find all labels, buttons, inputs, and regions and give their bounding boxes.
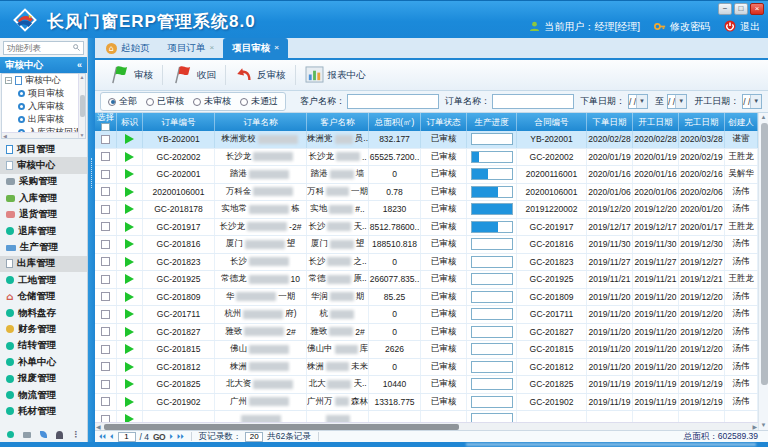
chevron-down-icon[interactable]: ▼	[750, 95, 761, 108]
radio-未通过[interactable]: 未通过	[240, 95, 278, 108]
v-scroll-thumb[interactable]	[761, 123, 768, 385]
close-tab-icon[interactable]: ×	[210, 44, 215, 52]
prev-page-button[interactable]: ⏴	[110, 433, 114, 441]
sidebar-splitter[interactable]	[88, 38, 95, 442]
row-checkbox[interactable]	[101, 205, 110, 214]
row-checkbox[interactable]	[101, 327, 110, 336]
table-row[interactable]: GC-202001踏港踏港墙0已审核202001160012020/01/162…	[95, 166, 758, 184]
sidebar-item-耗材管理[interactable]: 耗材管理	[0, 403, 87, 419]
sidebar-item-入库管理[interactable]: 入库管理	[0, 190, 87, 206]
go-button[interactable]: GO	[153, 432, 165, 442]
row-checkbox[interactable]	[101, 397, 110, 406]
sidebar-item-结转管理[interactable]: 结转管理	[0, 338, 87, 354]
chevron-down-icon[interactable]: ▼	[675, 95, 686, 108]
sidebar-item-物流管理[interactable]: 物流管理	[0, 387, 87, 403]
table-row[interactable]: GC-201825北大资北大天..10440已审核GC-2018252019/1…	[95, 376, 758, 394]
last-page-button[interactable]: ⏵⏵	[177, 433, 184, 441]
table-row[interactable]: GC-201917长沙龙-2#长沙天..8512.78600..已审核GC-20…	[95, 219, 758, 237]
maximize-button[interactable]: □	[734, 3, 748, 15]
sidebar-item-采购管理[interactable]: 采购管理	[0, 174, 87, 190]
table-row[interactable]: GC-201812株洲株洲未来0已审核GC-2018122019/11/2020…	[95, 359, 758, 377]
table-row[interactable]: 20200106001万科金万科一期0.78已审核202001060012020…	[95, 184, 758, 202]
row-checkbox[interactable]	[101, 275, 110, 284]
sidebar-item-退货管理[interactable]: 退货管理	[0, 207, 87, 223]
row-checkbox[interactable]	[101, 152, 110, 161]
sidebar-item-退库管理[interactable]: 退库管理	[0, 223, 87, 239]
table-row[interactable]: GC-201711杭州府)杭0已审核GC-2017112019/11/20201…	[95, 306, 758, 324]
row-checkbox[interactable]	[101, 187, 110, 196]
tree-item-项目审核[interactable]: 项目审核	[2, 87, 85, 100]
table-row[interactable]: GC-201816厦门望厦门望188510.818已审核GC-201816201…	[95, 236, 758, 254]
table-row[interactable]: GC-201815佛山佛山中库2626已审核GC-2018152019/11/2…	[95, 341, 758, 359]
person-icon[interactable]	[56, 431, 63, 439]
反审核-button[interactable]: 反审核	[229, 64, 292, 87]
审核-button[interactable]: 审核	[103, 63, 159, 88]
sidebar-item-生产管理[interactable]: 生产管理	[0, 239, 87, 255]
page-number-input[interactable]	[118, 432, 136, 442]
close-button[interactable]: ×	[750, 3, 764, 15]
table-row[interactable]: GC-202002长沙龙长沙龙..65525.7200..已审核GC-20200…	[95, 149, 758, 167]
sidebar-item-工地管理[interactable]: 工地管理	[0, 272, 87, 288]
sidebar-item-财务管理[interactable]: 财务管理	[0, 321, 87, 337]
radio-未审核[interactable]: 未审核	[193, 95, 231, 108]
row-checkbox[interactable]	[101, 415, 110, 422]
sidebar-item-报废管理[interactable]: 报废管理	[0, 370, 87, 386]
sidebar-item-仓储管理[interactable]: ⌂仓储管理	[0, 289, 87, 305]
radio-全部[interactable]: 全部	[108, 95, 137, 108]
tab-起始页[interactable]: ⌂起始页	[97, 38, 159, 58]
customer-name-input[interactable]	[347, 94, 439, 109]
order-name-input[interactable]	[492, 94, 574, 109]
radio-已审核[interactable]: 已审核	[146, 95, 184, 108]
tree-item-出库审核[interactable]: 出库审核	[2, 113, 85, 126]
tab-项目审核[interactable]: 项目审核×	[223, 38, 288, 58]
row-checkbox[interactable]	[101, 222, 110, 231]
select-all-checkbox[interactable]	[101, 123, 110, 131]
first-page-button[interactable]: ⏴⏴	[99, 433, 106, 441]
change-password-button[interactable]: 修改密码	[654, 20, 710, 34]
logout-button[interactable]: 退出	[724, 20, 760, 34]
cart-icon[interactable]	[23, 432, 31, 438]
sidebar-item-项目管理[interactable]: 项目管理	[0, 141, 87, 157]
row-checkbox[interactable]	[101, 345, 110, 354]
order-date-from-picker[interactable]: / /▼	[628, 94, 648, 109]
more-icon[interactable]: ⋮	[72, 430, 80, 439]
page-size-input[interactable]	[245, 432, 263, 442]
table-row[interactable]: GC-201809华一期华润期85.25已审核GC-2018092019/11/…	[95, 289, 758, 307]
sidebar-item-出库管理[interactable]: 出库管理	[0, 256, 87, 272]
row-checkbox[interactable]	[101, 292, 110, 301]
sidebar-item-审核中心[interactable]: 审核中心	[0, 157, 87, 173]
start-date-picker[interactable]: / /▼	[742, 94, 762, 109]
collapse-icon[interactable]: «	[77, 60, 82, 70]
table-row[interactable]	[95, 411, 758, 422]
tree-item-入库审核[interactable]: 入库审核	[2, 100, 85, 113]
收回-button[interactable]: 收回	[166, 63, 222, 88]
horizontal-scrollbar[interactable]: ◀▶	[95, 422, 758, 430]
minimize-button[interactable]: −	[718, 3, 732, 15]
collapse-node-icon[interactable]: −	[5, 77, 12, 84]
h-scroll-thumb[interactable]	[104, 424, 459, 430]
tab-项目订单[interactable]: 项目订单×	[159, 38, 224, 58]
function-search-input[interactable]	[7, 43, 73, 53]
next-page-button[interactable]: ⏵	[169, 433, 173, 441]
tree-horizontal-scrollbar[interactable]: ◀	[2, 132, 78, 138]
chevron-down-icon[interactable]: ▼	[636, 95, 647, 108]
dot-icon[interactable]	[7, 431, 14, 438]
row-checkbox[interactable]	[101, 257, 110, 266]
tree-root[interactable]: − 审核中心	[2, 74, 85, 87]
row-checkbox[interactable]	[101, 380, 110, 389]
table-row[interactable]: GC-2018178实地常栋实地#..18230已审核2019122000220…	[95, 201, 758, 219]
row-checkbox[interactable]	[101, 135, 110, 144]
table-row[interactable]: YB-202001株洲党校株洲党员..832.177已审核YB-20200120…	[95, 131, 758, 149]
table-row[interactable]: GC-201902广州广州万森林13318.775已审核GC-201902201…	[95, 394, 758, 412]
报表中心-button[interactable]: 报表中心	[299, 64, 372, 87]
vertical-scrollbar[interactable]: ▲ ▼	[758, 113, 768, 430]
table-row[interactable]: GC-201925常德龙10常德原..266077.835..已审核GC-201…	[95, 271, 758, 289]
order-date-to-picker[interactable]: / /▼	[667, 94, 687, 109]
close-tab-icon[interactable]: ×	[274, 44, 279, 52]
table-row[interactable]: GC-201827雅致2#雅致2#0已审核GC-2018272019/11/20…	[95, 324, 758, 342]
leaf-icon[interactable]	[40, 431, 47, 438]
row-checkbox[interactable]	[101, 170, 110, 179]
tree-vertical-scrollbar[interactable]: ▲▼	[78, 74, 85, 138]
row-checkbox[interactable]	[101, 362, 110, 371]
table-row[interactable]: GC-201823长沙长沙之..0已审核GC-2018232019/11/272…	[95, 254, 758, 272]
